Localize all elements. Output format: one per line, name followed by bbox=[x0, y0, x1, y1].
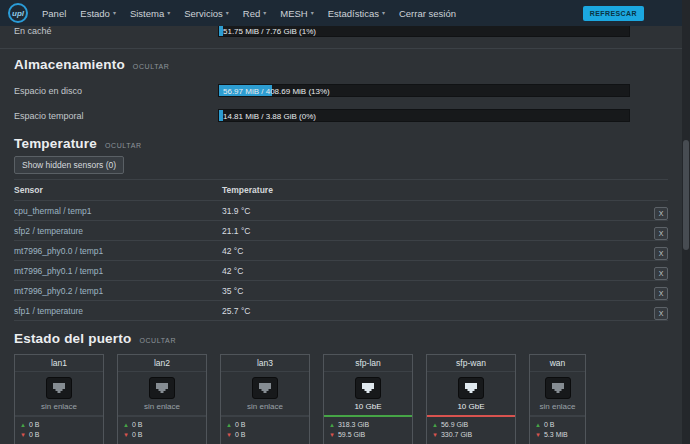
cache-progressbar: 51.75 MiB / 7.76 GiB (1%) bbox=[218, 26, 630, 37]
storage-section-header: Almacenamiento OCULTAR bbox=[14, 57, 668, 72]
nav-item-label: Cerrar sesión bbox=[399, 8, 456, 19]
temp-space-row: Espacio temporal 14.81 MiB / 3.88 GiB (0… bbox=[14, 109, 668, 122]
port-card-sfp-lan[interactable]: sfp-lan 10 GbE ▲318.3 GiB ▼59.5 GiB bbox=[323, 354, 413, 444]
upload-value: 0 B bbox=[29, 420, 40, 430]
sensor-name: mt7996_phy0.2 / temp1 bbox=[14, 281, 222, 301]
column-actions bbox=[644, 180, 668, 201]
nav-item-panel[interactable]: Panel bbox=[42, 8, 66, 19]
remove-sensor-button[interactable]: X bbox=[654, 207, 668, 220]
sensor-name: cpu_thermal / temp1 bbox=[14, 201, 222, 221]
port-traffic: ▲56.9 GiB ▼330.7 GiB bbox=[427, 417, 515, 444]
disk-space-label: Espacio en disco bbox=[14, 86, 218, 96]
upload-arrow-icon: ▲ bbox=[535, 422, 541, 428]
temperature-section-header: Temperature OCULTAR bbox=[14, 136, 668, 151]
port-card-sfp-wan[interactable]: sfp-wan 10 GbE ▲56.9 GiB ▼330.7 GiB bbox=[426, 354, 516, 444]
port-status-text: 10 GbE bbox=[427, 402, 515, 415]
sensor-value: 21.1 °C bbox=[222, 221, 644, 241]
remove-sensor-button[interactable]: X bbox=[654, 247, 668, 260]
port-status-text: sin enlace bbox=[221, 402, 309, 415]
port-traffic: ▲0 B ▼0 B bbox=[221, 417, 309, 444]
nav-item-label: MESH bbox=[280, 8, 307, 19]
download-value: 330.7 GiB bbox=[441, 430, 472, 440]
upload-value: 0 B bbox=[235, 420, 246, 430]
vertical-scrollbar[interactable] bbox=[682, 0, 690, 444]
port-name: sfp-lan bbox=[324, 355, 412, 372]
progressbar-text: 14.81 MiB / 3.88 GiB (0%) bbox=[223, 111, 316, 120]
upload-value: 0 B bbox=[544, 420, 555, 430]
brand-logo[interactable]: upl bbox=[8, 3, 28, 23]
ethernet-port-icon bbox=[252, 377, 278, 399]
port-card-lan2[interactable]: lan2 sin enlace ▲0 B ▼0 B bbox=[117, 354, 207, 444]
port-card-lan1[interactable]: lan1 sin enlace ▲0 B ▼0 B bbox=[14, 354, 104, 444]
navbar: upl Panel Estado ▾ Sistema ▾ Servicios ▾… bbox=[0, 0, 682, 26]
luci-admin-page: upl Panel Estado ▾ Sistema ▾ Servicios ▾… bbox=[0, 0, 690, 444]
nav-item-servicios[interactable]: Servicios ▾ bbox=[184, 8, 229, 19]
upload-arrow-icon: ▲ bbox=[123, 422, 129, 428]
download-arrow-icon: ▼ bbox=[20, 432, 26, 438]
remove-sensor-button[interactable]: X bbox=[654, 307, 668, 320]
upload-arrow-icon: ▲ bbox=[226, 422, 232, 428]
chevron-down-icon: ▾ bbox=[113, 10, 116, 16]
nav-item-estado[interactable]: Estado ▾ bbox=[80, 8, 116, 19]
nav-item-sistema[interactable]: Sistema ▾ bbox=[130, 8, 170, 19]
remove-sensor-button[interactable]: X bbox=[654, 287, 668, 300]
scrollbar-thumb[interactable] bbox=[683, 140, 689, 250]
column-temperature: Temperature bbox=[222, 180, 644, 201]
progressbar-text: 51.75 MiB / 7.76 GiB (1%) bbox=[223, 26, 316, 35]
table-row: sfp2 / temperature 21.1 °C X bbox=[14, 221, 668, 241]
show-hidden-sensors-button[interactable]: Show hidden sensors (0) bbox=[14, 156, 124, 174]
sensor-name: mt7996_phy0.0 / temp1 bbox=[14, 241, 222, 261]
nav-item-mesh[interactable]: MESH ▾ bbox=[280, 8, 313, 19]
port-cards: lan1 sin enlace ▲0 B ▼0 B lan2 sin enlac… bbox=[14, 354, 668, 444]
sensor-value: 42 °C bbox=[222, 261, 644, 281]
memory-cache-row: En caché 51.75 MiB / 7.76 GiB (1%) bbox=[14, 26, 668, 46]
sensor-table-header: Sensor Temperature bbox=[14, 180, 668, 201]
chevron-down-icon: ▾ bbox=[226, 10, 229, 16]
remove-sensor-button[interactable]: X bbox=[654, 267, 668, 280]
upload-value: 318.3 GiB bbox=[338, 420, 369, 430]
download-value: 59.5 GiB bbox=[338, 430, 365, 440]
download-arrow-icon: ▼ bbox=[226, 432, 232, 438]
sensor-name: sfp1 / temperature bbox=[14, 301, 222, 321]
remove-sensor-button[interactable]: X bbox=[654, 227, 668, 240]
table-row: mt7996_phy0.1 / temp1 42 °C X bbox=[14, 261, 668, 281]
temp-space-progressbar: 14.81 MiB / 3.88 GiB (0%) bbox=[218, 109, 630, 122]
port-status-title: Estado del puerto bbox=[14, 331, 131, 346]
download-value: 0 B bbox=[29, 430, 40, 440]
port-status-text: sin enlace bbox=[15, 402, 103, 415]
storage-rows: Espacio en disco 56.97 MiB / 408.69 MiB … bbox=[14, 84, 668, 122]
ethernet-port-icon bbox=[355, 377, 381, 399]
upload-arrow-icon: ▲ bbox=[329, 422, 335, 428]
ethernet-port-icon bbox=[46, 377, 72, 399]
chevron-down-icon: ▾ bbox=[263, 10, 266, 16]
ethernet-port-icon bbox=[458, 377, 484, 399]
download-arrow-icon: ▼ bbox=[329, 432, 335, 438]
upload-arrow-icon: ▲ bbox=[20, 422, 26, 428]
port-status-text: sin enlace bbox=[118, 402, 206, 415]
chevron-down-icon: ▾ bbox=[382, 10, 385, 16]
disk-space-progressbar: 56.97 MiB / 408.69 MiB (13%) bbox=[218, 84, 630, 97]
sensor-name: mt7996_phy0.1 / temp1 bbox=[14, 261, 222, 281]
nav-item-logout[interactable]: Cerrar sesión bbox=[399, 8, 456, 19]
sensor-value: 25.7 °C bbox=[222, 301, 644, 321]
download-arrow-icon: ▼ bbox=[123, 432, 129, 438]
progressbar-text: 56.97 MiB / 408.69 MiB (13%) bbox=[223, 86, 330, 95]
nav-item-estadisticas[interactable]: Estadísticas ▾ bbox=[328, 8, 385, 19]
temperature-hide-toggle[interactable]: OCULTAR bbox=[105, 142, 142, 149]
port-card-wan[interactable]: wan sin enlace ▲0 B ▼5.3 MiB bbox=[529, 354, 586, 444]
nav-item-label: Panel bbox=[42, 8, 66, 19]
refresh-button[interactable]: REFRESCAR bbox=[583, 6, 644, 21]
port-name: lan1 bbox=[15, 355, 103, 372]
port-status-text: sin enlace bbox=[530, 402, 585, 415]
nav-item-label: Red bbox=[243, 8, 260, 19]
upload-arrow-icon: ▲ bbox=[432, 422, 438, 428]
nav-item-red[interactable]: Red ▾ bbox=[243, 8, 266, 19]
download-value: 0 B bbox=[235, 430, 246, 440]
table-row: mt7996_phy0.2 / temp1 35 °C X bbox=[14, 281, 668, 301]
port-status-hide-toggle[interactable]: OCULTAR bbox=[139, 337, 176, 344]
table-row: mt7996_phy0.0 / temp1 42 °C X bbox=[14, 241, 668, 261]
sensor-value: 31.9 °C bbox=[222, 201, 644, 221]
port-card-lan3[interactable]: lan3 sin enlace ▲0 B ▼0 B bbox=[220, 354, 310, 444]
storage-hide-toggle[interactable]: OCULTAR bbox=[133, 63, 170, 70]
sensor-value: 42 °C bbox=[222, 241, 644, 261]
